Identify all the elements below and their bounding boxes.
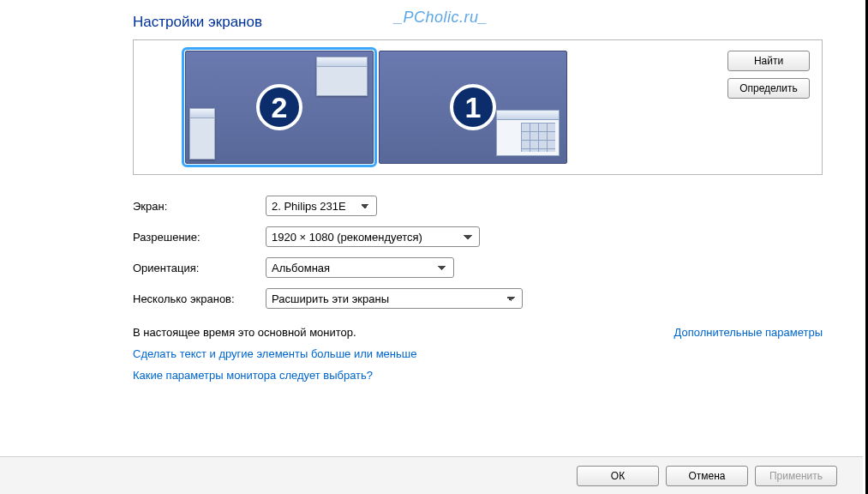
display-select[interactable]: 2. Philips 231E: [266, 196, 377, 216]
resolution-select[interactable]: 1920 × 1080 (рекомендуется): [266, 226, 480, 247]
monitor-1[interactable]: 1: [379, 51, 567, 164]
cancel-button[interactable]: Отмена: [666, 466, 748, 486]
orientation-label: Ориентация:: [133, 262, 266, 274]
ok-button[interactable]: ОК: [577, 466, 659, 486]
monitor-help-link[interactable]: Какие параметры монитора следует выбрать…: [133, 369, 373, 382]
monitor-2[interactable]: 2: [185, 51, 374, 164]
identify-button[interactable]: Определить: [727, 78, 810, 99]
dialog-footer: ОК Отмена Применить: [0, 456, 863, 494]
calendar-icon: [496, 110, 560, 156]
monitor-number: 2: [256, 84, 302, 130]
display-label: Экран:: [133, 200, 266, 213]
window-icon: [189, 108, 215, 160]
monitor-number: 1: [450, 84, 496, 130]
find-button[interactable]: Найти: [727, 51, 810, 71]
display-preview-area: 2 1 Найти Определить: [133, 39, 823, 175]
orientation-select[interactable]: Альбомная: [266, 257, 454, 278]
multiple-displays-select[interactable]: Расширить эти экраны: [266, 288, 523, 309]
resolution-label: Разрешение:: [133, 231, 266, 244]
primary-monitor-status: В настоящее время это основной монитор.: [133, 326, 356, 339]
window-icon: [316, 57, 368, 96]
watermark-text: _PCholic.ru_: [394, 9, 488, 27]
settings-panel: Настройки экранов 2 1 Найти Определить Э…: [0, 0, 865, 382]
text-size-link[interactable]: Сделать текст и другие элементы больше и…: [133, 347, 416, 360]
multiple-displays-label: Несколько экранов:: [133, 292, 266, 305]
advanced-settings-link[interactable]: Дополнительные параметры: [673, 326, 823, 339]
apply-button[interactable]: Применить: [755, 466, 837, 486]
